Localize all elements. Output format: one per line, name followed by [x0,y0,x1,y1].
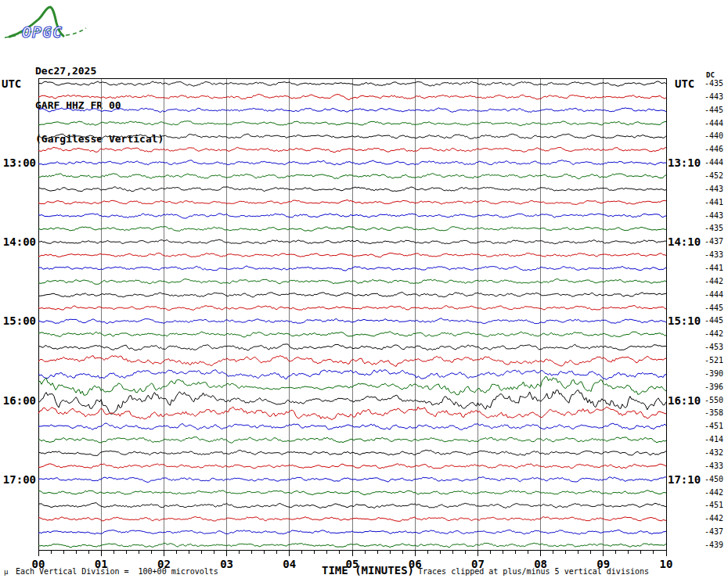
dc-value-label: -441 [705,264,723,272]
x-tick-label: 03 [220,558,233,570]
dc-value-label: -442 [705,329,723,338]
scale-note: Each Vertical Division = 100+00 microvol… [16,567,218,576]
webicorder-page: OPGC Dec27,2025 GARF HHZ FR 00 (Gargiles… [0,0,728,582]
x-axis-title: TIME (MINUTES) [322,564,414,577]
dc-value-label: -445 [705,316,723,325]
dc-value-label: -453 [705,343,723,351]
dc-value-label: -442 [705,277,723,286]
dc-value-label: -451 [705,501,723,509]
right-time-label: 15:10 [668,314,701,327]
right-time-label: 17:10 [668,473,701,486]
dc-value-label: -550 [705,396,723,404]
dc-value-label: -451 [705,422,723,430]
dc-value-label: -442 [705,488,723,497]
dc-value-label: -521 [705,356,723,365]
dc-value-label: -414 [705,435,723,444]
left-time-label: 14:00 [3,235,36,248]
dc-value-label: -444 [705,158,723,167]
dc-value-label: -435 [705,79,723,88]
dc-value-label: -442 [705,514,723,523]
right-time-label: 13:10 [668,156,701,169]
dc-value-label: -439 [705,541,723,549]
dc-value-label: -432 [705,448,723,457]
dc-value-label: -433 [705,250,723,259]
right-time-label: 14:10 [668,235,701,248]
dc-value-label: -450 [705,475,723,483]
x-tick-label: 04 [283,558,296,570]
dc-value-label: -443 [705,92,723,101]
helicorder-plot: 000102030405060708091013:0014:0015:0016:… [0,0,728,582]
left-time-label: 13:00 [3,156,36,169]
dc-value-label: -437 [705,237,723,246]
dc-value-label: -445 [705,304,723,312]
dc-value-label: -445 [705,106,723,114]
dc-value-label: -396 [705,383,723,391]
micro-corner-mark: µ [4,568,8,576]
dc-value-label: -440 [705,131,723,140]
dc-value-label: -390 [705,369,723,378]
x-tick-label: 10 [660,558,673,570]
dc-value-label: -441 [705,198,723,207]
left-time-label: 17:00 [3,473,36,486]
right-time-label: 16:10 [668,394,701,407]
dc-value-label: -443 [705,185,723,193]
left-time-label: 16:00 [3,394,36,407]
dc-value-label: -433 [705,462,723,470]
dc-value-label: -435 [705,224,723,232]
dc-value-label: -443 [705,211,723,220]
dc-value-label: -444 [705,119,723,128]
dc-value-label: -444 [705,290,723,299]
clip-note: Traces clipped at plus/minus 5 vertical … [418,567,649,576]
dc-value-label: -358 [705,408,723,417]
left-time-label: 15:00 [3,314,36,327]
dc-value-label: -437 [705,527,723,536]
dc-value-label: -446 [705,145,723,153]
dc-value-label: -452 [705,171,723,180]
